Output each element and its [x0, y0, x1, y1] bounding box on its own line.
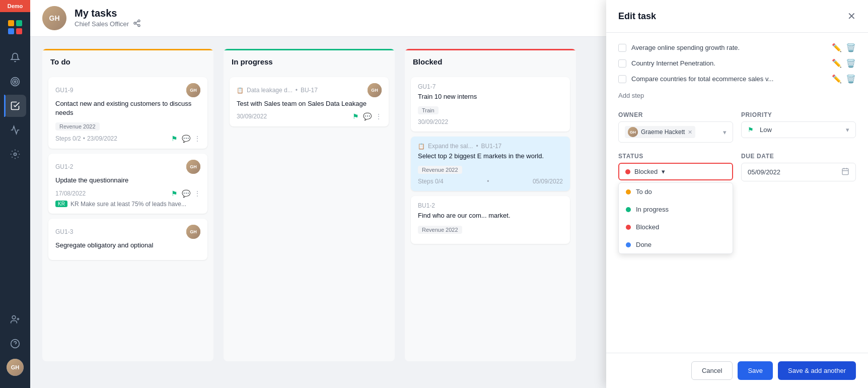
step-text-2: Country Internet Penetration.	[631, 59, 827, 67]
more-icon[interactable]: ⋮	[194, 190, 200, 197]
status-option-blocked[interactable]: Blocked	[619, 218, 733, 236]
column-inprogress: In progress 📋 Data leakage d... • BU-17 …	[224, 49, 395, 361]
task-footer: 30/09/2022 ⚑ 💬 ⋮	[237, 112, 382, 120]
calendar-icon	[841, 167, 849, 177]
column-todo-header: To do	[42, 49, 213, 73]
task-card[interactable]: GU1-9 GH Contact new and existing custom…	[48, 77, 207, 149]
step-checkbox-1[interactable]	[618, 44, 626, 52]
status-dropdown: To do In progress Blocked Done	[618, 182, 733, 254]
status-option-done[interactable]: Done	[619, 236, 733, 253]
task-card[interactable]: 📋 Expand the sal... • BU1-17 Select top …	[411, 137, 570, 191]
task-tag: Train	[418, 106, 439, 114]
owner-field-group: Owner GH Graeme Hackett ✕ ▾	[618, 111, 733, 143]
column-blocked-header: Blocked	[405, 49, 576, 73]
modal-footer: Cancel Save Save & add another	[606, 353, 868, 388]
task-title: Update the questionnaire	[55, 176, 200, 185]
task-card[interactable]: GU1-7 Train 10 new interns Train 30/09/2…	[411, 77, 570, 132]
column-todo: To do GU1-9 GH Contact new and existing …	[42, 49, 213, 361]
status-option-blocked-label: Blocked	[636, 223, 659, 231]
edit-step-icon[interactable]: ✏️	[832, 74, 842, 84]
owner-remove-icon[interactable]: ✕	[688, 129, 692, 136]
task-id-row: 📋 Data leakage d... • BU-17 GH	[237, 83, 382, 97]
sidebar-item-analytics[interactable]	[4, 119, 26, 141]
save-add-another-button[interactable]: Save & add another	[778, 361, 856, 380]
chat-icon: 💬	[182, 135, 190, 143]
status-option-done-label: Done	[636, 241, 652, 248]
step-item-3: Compare countries for total ecommerce sa…	[618, 74, 856, 84]
delete-step-icon[interactable]: 🗑️	[846, 43, 856, 52]
svg-point-8	[12, 316, 16, 319]
note-badge: KR	[55, 201, 67, 207]
priority-field-group: Priority ⚑ Low ▾	[741, 111, 856, 143]
sidebar-item-help[interactable]	[4, 333, 26, 355]
status-dot-done	[626, 242, 631, 247]
sidebar-item-target[interactable]	[4, 71, 26, 93]
task-card[interactable]: GU1-2 GH Update the questionnaire 17/08/…	[48, 154, 207, 213]
svg-line-17	[136, 21, 138, 23]
edit-step-icon[interactable]: ✏️	[832, 43, 842, 52]
step-text-1: Average online spending growth rate.	[631, 44, 827, 51]
more-icon[interactable]: ⋮	[376, 113, 382, 120]
status-option-todo[interactable]: To do	[619, 183, 733, 201]
column-inprogress-body: 📋 Data leakage d... • BU-17 GH Test with…	[224, 73, 395, 131]
flag-icon: ⚑	[171, 189, 178, 198]
task-title: Segregate obligatory and optional	[55, 241, 200, 250]
status-dot-blocked	[625, 169, 630, 174]
column-todo-body: GU1-9 GH Contact new and existing custom…	[42, 73, 213, 264]
cancel-button[interactable]: Cancel	[691, 361, 733, 380]
page-title: My tasks	[75, 8, 141, 19]
task-card[interactable]: GU1-3 GH Segregate obligatory and option…	[48, 219, 207, 260]
status-select[interactable]: Blocked ▾	[618, 163, 733, 180]
task-tag: Revenue 2022	[418, 166, 462, 174]
delete-step-icon[interactable]: 🗑️	[846, 74, 856, 84]
task-tag: Revenue 2022	[55, 122, 100, 131]
sidebar-item-settings[interactable]	[4, 143, 26, 165]
delete-step-icon[interactable]: 🗑️	[846, 58, 856, 68]
task-card[interactable]: BU1-2 Find who are our com... market. Re…	[411, 196, 570, 243]
share-icon[interactable]	[133, 19, 141, 29]
sidebar-item-notifications[interactable]	[4, 46, 26, 69]
svg-line-16	[136, 24, 138, 25]
task-title: Select top 2 biggest E markets in the wo…	[418, 152, 563, 161]
task-id-row: GU1-9 GH	[55, 83, 200, 97]
task-id-row: GU1-2 GH	[55, 160, 200, 174]
sidebar: Demo GH	[0, 0, 30, 388]
task-tag: Revenue 2022	[418, 226, 462, 234]
column-blocked-body: GU1-7 Train 10 new interns Train 30/09/2…	[405, 73, 576, 248]
owner-priority-row: Owner GH Graeme Hackett ✕ ▾ Priority ⚑	[618, 111, 856, 143]
close-button[interactable]: ✕	[847, 10, 856, 22]
step-checkbox-3[interactable]	[618, 75, 626, 83]
svg-rect-18	[842, 169, 848, 175]
due-date-label: Due date	[741, 153, 856, 160]
header-info: My tasks Chief Sales Officer	[75, 8, 141, 29]
task-id-row: 📋 Expand the sal... • BU1-17	[418, 143, 563, 150]
svg-rect-2	[8, 28, 14, 34]
user-avatar[interactable]: GH	[7, 359, 24, 376]
add-step-button[interactable]: Add step	[618, 90, 856, 101]
svg-point-7	[14, 153, 17, 156]
status-option-inprogress[interactable]: In progress	[619, 201, 733, 218]
logo	[7, 12, 23, 42]
task-footer: 30/09/2022	[418, 118, 563, 125]
sidebar-item-add-user[interactable]	[4, 308, 26, 331]
status-group: Status Blocked ▾ To do	[618, 153, 733, 181]
modal-body: Average online spending growth rate. ✏️ …	[606, 33, 868, 353]
save-button[interactable]: Save	[738, 361, 773, 380]
svg-point-15	[138, 25, 140, 27]
task-footer: Steps 0/2 • 23/09/2022 ⚑ 💬 ⋮	[55, 135, 200, 143]
due-date-field[interactable]: 05/09/2022	[741, 163, 856, 181]
edit-step-icon[interactable]: ✏️	[832, 58, 842, 68]
step-text-3: Compare countries for total ecommerce sa…	[631, 75, 827, 83]
more-icon[interactable]: ⋮	[194, 135, 200, 142]
owner-select[interactable]: GH Graeme Hackett ✕ ▾	[618, 121, 733, 143]
status-due-row: Status Blocked ▾ To do	[618, 153, 856, 181]
task-title: Train 10 new interns	[418, 92, 563, 101]
column-inprogress-header: In progress	[224, 49, 395, 73]
task-note: KR KR Make sure at least 75% of leads ha…	[55, 201, 200, 208]
sidebar-item-tasks[interactable]	[4, 95, 26, 117]
task-card[interactable]: 📋 Data leakage d... • BU-17 GH Test with…	[230, 77, 389, 126]
owner-avatar: GH	[628, 127, 638, 137]
priority-select[interactable]: ⚑ Low ▾	[741, 121, 856, 138]
step-checkbox-2[interactable]	[618, 59, 626, 68]
task-sub-id: 📋	[237, 87, 244, 94]
